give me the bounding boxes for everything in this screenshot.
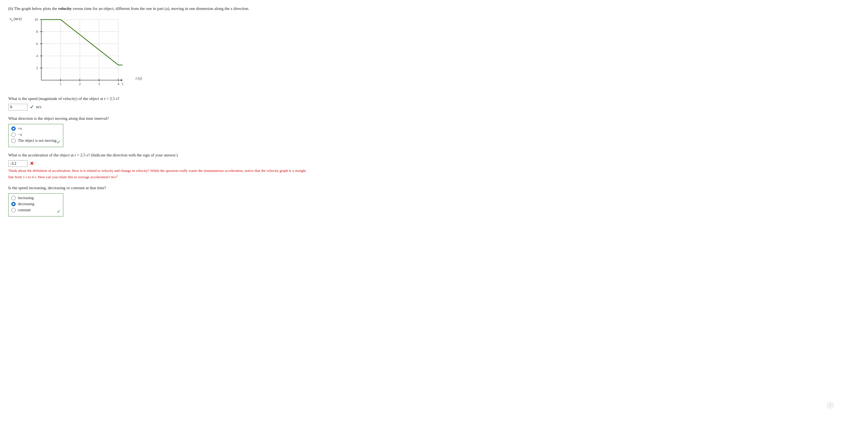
q4-label-constant: constant bbox=[18, 208, 31, 212]
q4-block: Is the speed increasing, decreasing or c… bbox=[8, 185, 322, 216]
q2-text: What direction is the object moving alon… bbox=[8, 115, 322, 122]
intro-text: (b) The graph below plots the velocity v… bbox=[8, 5, 322, 12]
q1-text: What is the speed (magnitude of velocity… bbox=[8, 96, 322, 102]
q4-checkmark: ✓ bbox=[57, 209, 61, 214]
q4-radio-constant[interactable] bbox=[11, 208, 16, 212]
q2-checkmark: ✓ bbox=[57, 139, 61, 145]
intro-text-part2: versus time for an object, different fro… bbox=[72, 6, 231, 11]
q3-hint: Think about the definition of accelerati… bbox=[8, 168, 311, 180]
q3-answer-input[interactable]: -3.2 bbox=[8, 160, 28, 167]
q4-option-constant[interactable]: constant bbox=[11, 208, 59, 212]
q3-answer-row: -3.2 ✕ bbox=[8, 160, 322, 167]
q2-option-plus-x[interactable]: +x bbox=[11, 126, 59, 131]
graph-container: vx (m/s) t (s) bbox=[25, 17, 129, 88]
svg-text:6: 6 bbox=[36, 41, 38, 46]
svg-text:3: 3 bbox=[98, 82, 100, 86]
q3-block: What is the acceleration of the object a… bbox=[8, 152, 322, 180]
q1-checkmark: ✓ bbox=[30, 104, 34, 110]
q3-unit: m/s2 bbox=[111, 175, 118, 179]
svg-text:10: 10 bbox=[34, 17, 38, 22]
q2-radio-minus-x[interactable] bbox=[11, 132, 16, 137]
q4-radio-group: increasing decreasing constant ✓ bbox=[8, 193, 63, 216]
q2-radio-group: +x −x The object is not moving. ✓ bbox=[8, 124, 63, 147]
intro-text-part3: direction. bbox=[232, 6, 249, 11]
q1-answer-input[interactable]: 6 bbox=[8, 104, 28, 111]
q1-block: What is the speed (magnitude of velocity… bbox=[8, 96, 322, 111]
q2-option-minus-x[interactable]: −x bbox=[11, 132, 59, 137]
q2-block: What direction is the object moving alon… bbox=[8, 115, 322, 147]
q3-text: What is the acceleration of the object a… bbox=[8, 152, 322, 158]
q2-label-minus-x: −x bbox=[18, 132, 22, 137]
q2-option-not-moving[interactable]: The object is not moving. bbox=[11, 139, 59, 143]
q4-option-increasing[interactable]: increasing bbox=[11, 196, 59, 200]
svg-text:5: 5 bbox=[122, 82, 124, 86]
x-axis-label: t (s) bbox=[136, 76, 142, 81]
svg-text:8: 8 bbox=[36, 29, 38, 34]
q1-unit: m/s bbox=[36, 105, 41, 109]
q1-answer-row: 6 ✓ m/s bbox=[8, 104, 322, 111]
svg-text:2: 2 bbox=[79, 82, 81, 86]
q2-label-plus-x: +x bbox=[18, 126, 22, 131]
svg-text:4: 4 bbox=[118, 82, 119, 86]
q2-label-not-moving: The object is not moving. bbox=[18, 139, 57, 143]
q3-cross: ✕ bbox=[30, 160, 34, 167]
svg-text:4: 4 bbox=[36, 54, 38, 58]
q4-text: Is the speed increasing, decreasing or c… bbox=[8, 185, 322, 191]
q4-radio-increasing[interactable] bbox=[11, 196, 16, 200]
velocity-graph: 10 8 6 4 2 1 2 3 4 5 bbox=[25, 17, 132, 91]
intro-italic-x: x bbox=[230, 6, 232, 11]
intro-text-part1: (b) The graph below plots the bbox=[8, 6, 58, 11]
svg-text:2: 2 bbox=[36, 66, 38, 70]
y-axis-label: vx (m/s) bbox=[10, 17, 22, 22]
q4-label-increasing: increasing bbox=[18, 196, 34, 200]
q4-radio-decreasing[interactable] bbox=[11, 202, 16, 206]
q4-label-decreasing: decreasing bbox=[18, 202, 34, 206]
svg-marker-13 bbox=[121, 79, 122, 81]
graph-area: vx (m/s) t (s) bbox=[25, 17, 129, 88]
intro-bold-velocity: velocity bbox=[58, 6, 71, 11]
q4-option-decreasing[interactable]: decreasing bbox=[11, 202, 59, 206]
q2-radio-not-moving[interactable] bbox=[11, 139, 16, 143]
svg-text:1: 1 bbox=[60, 82, 62, 86]
q2-radio-plus-x[interactable] bbox=[11, 126, 16, 131]
